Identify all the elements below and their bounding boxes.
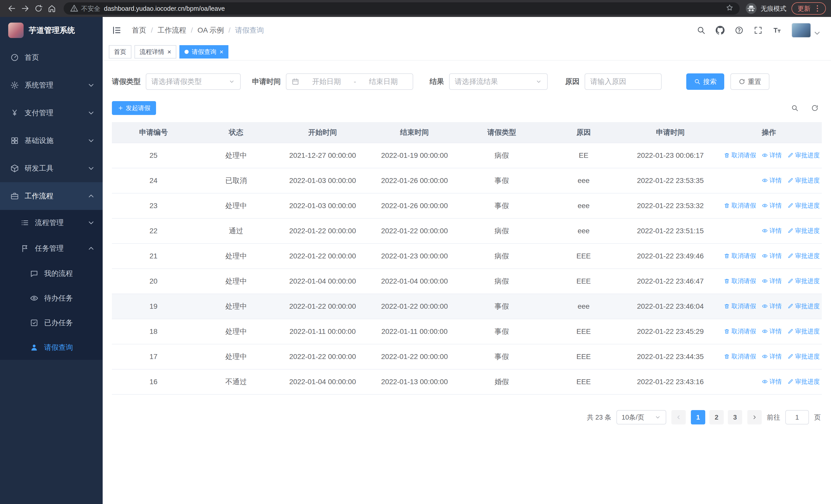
tab-close-icon[interactable]: ×: [220, 49, 223, 55]
detail-link[interactable]: 详情: [762, 202, 782, 210]
detail-link[interactable]: 详情: [762, 252, 782, 260]
detail-link[interactable]: 详情: [762, 176, 782, 184]
collapse-menu-button[interactable]: [112, 25, 122, 35]
cell-leave-type: 事假: [461, 168, 543, 193]
tab-label: 流程详情: [140, 48, 164, 56]
page-button-1[interactable]: 1: [691, 410, 705, 424]
sidebar-item-infrastructure[interactable]: 基础设施: [0, 127, 103, 154]
bookmark-star-button[interactable]: [726, 4, 734, 13]
breadcrumb-workflow[interactable]: 工作流程: [157, 25, 186, 35]
search-button[interactable]: 搜索: [686, 73, 724, 90]
filter-bar: 请假类型 请选择请假类型 申请时间 开始日期 - 结束日期 结果 请选择流结果 …: [112, 73, 822, 90]
leave-type-select[interactable]: 请选择请假类型: [146, 73, 241, 90]
address-bar[interactable]: 不安全 dashboard.yudao.iocoder.cn/bpm/oa/le…: [64, 2, 740, 14]
reset-button[interactable]: 重置: [730, 73, 769, 90]
approval-progress-link[interactable]: 审批进度: [787, 352, 820, 360]
cell-actions: 取消请假详情审批进度: [716, 344, 822, 369]
approval-progress-link[interactable]: 审批进度: [787, 176, 820, 184]
detail-link[interactable]: 详情: [762, 378, 782, 386]
sidebar-item-my-process[interactable]: 我的流程: [0, 261, 103, 286]
approval-progress-link[interactable]: 审批进度: [787, 277, 820, 285]
detail-link[interactable]: 详情: [762, 277, 782, 285]
breadcrumb-oa-example[interactable]: OA 示例: [198, 25, 224, 35]
fullscreen-icon[interactable]: [753, 26, 763, 35]
page-button-3[interactable]: 3: [728, 410, 742, 424]
detail-link[interactable]: 详情: [762, 352, 782, 360]
approval-progress-link[interactable]: 审批进度: [787, 252, 820, 260]
sidebar-item-process-management[interactable]: 流程管理: [0, 210, 103, 236]
page-button-2[interactable]: 2: [709, 410, 724, 424]
tab-close-icon[interactable]: ×: [167, 49, 171, 55]
approval-progress-link[interactable]: 审批进度: [787, 378, 820, 386]
next-page-button[interactable]: [747, 410, 762, 424]
chevron-up-icon: [87, 244, 95, 253]
tab-home[interactable]: 首页: [109, 45, 132, 59]
cancel-leave-link[interactable]: 取消请假: [724, 151, 756, 159]
approval-progress-link[interactable]: 审批进度: [787, 327, 820, 335]
browser-menu-icon[interactable]: [813, 4, 822, 13]
user-menu[interactable]: [792, 23, 822, 38]
prev-page-button[interactable]: [671, 410, 686, 424]
browser-reload-button[interactable]: [32, 2, 45, 15]
table-header-row: 申请编号 状态 开始时间 结束时间 请假类型 原因 申请时间 操作: [112, 122, 822, 143]
detail-link[interactable]: 详情: [762, 151, 782, 159]
detail-link[interactable]: 详情: [762, 327, 782, 335]
cancel-leave-link[interactable]: 取消请假: [724, 327, 756, 335]
create-leave-button[interactable]: 发起请假: [112, 101, 156, 115]
approval-progress-link[interactable]: 审批进度: [787, 302, 820, 310]
tab-process-detail[interactable]: 流程详情 ×: [135, 45, 176, 59]
sidebar-item-task-management[interactable]: 任务管理: [0, 236, 103, 261]
page-size-select[interactable]: 10条/页: [617, 410, 666, 424]
sidebar-item-done-tasks[interactable]: 已办任务: [0, 310, 103, 335]
browser-forward-button[interactable]: [19, 2, 32, 15]
sidebar-item-payment[interactable]: 支付管理: [0, 99, 103, 127]
security-warning[interactable]: 不安全: [70, 4, 101, 13]
cell-status: 通过: [195, 218, 277, 243]
approval-progress-link[interactable]: 审批进度: [787, 202, 820, 210]
approval-progress-link[interactable]: 审批进度: [787, 227, 820, 235]
avatar[interactable]: [792, 23, 811, 38]
toggle-search-icon[interactable]: [791, 104, 799, 112]
search-icon[interactable]: [696, 26, 706, 35]
chevron-down-icon: [812, 28, 822, 38]
table-row: 25处理中2021-12-27 00:00:002022-01-19 00:00…: [112, 143, 822, 168]
detail-link[interactable]: 详情: [762, 227, 782, 235]
browser-back-button[interactable]: [5, 2, 19, 15]
goto-page-input[interactable]: [785, 410, 809, 424]
sidebar-item-leave-query[interactable]: 请假查询: [0, 335, 103, 360]
sidebar-item-todo-tasks[interactable]: 待办任务: [0, 286, 103, 310]
cancel-leave-link[interactable]: 取消请假: [724, 277, 756, 285]
cell-apply-time: 2022-01-22 23:53:35: [625, 168, 716, 193]
approval-progress-link[interactable]: 审批进度: [787, 151, 820, 159]
cell-reason: eee: [543, 168, 625, 193]
sidebar-item-label: 支付管理: [25, 108, 53, 118]
cell-apply-id: 19: [112, 294, 195, 319]
browser-home-button[interactable]: [45, 2, 58, 15]
apply-time-range-picker[interactable]: 开始日期 - 结束日期: [286, 73, 413, 90]
detail-link[interactable]: 详情: [762, 302, 782, 310]
reason-input[interactable]: [584, 73, 662, 90]
app-logo[interactable]: 芋道管理系统: [0, 17, 103, 43]
goto-label: 前往: [767, 413, 780, 422]
sidebar-item-system[interactable]: 系统管理: [0, 71, 103, 99]
breadcrumb-separator: /: [151, 26, 153, 34]
cancel-leave-link[interactable]: 取消请假: [724, 302, 756, 310]
refresh-table-icon[interactable]: [811, 104, 819, 112]
help-icon[interactable]: [735, 26, 744, 35]
breadcrumb-home[interactable]: 首页: [132, 25, 146, 35]
font-size-icon[interactable]: [773, 26, 782, 35]
tab-leave-query[interactable]: 请假查询 ×: [179, 45, 228, 59]
chevron-down-icon: [228, 78, 235, 85]
sidebar-item-home[interactable]: 首页: [0, 43, 103, 71]
browser-update-button[interactable]: 更新: [792, 2, 826, 14]
cell-end-time: 2022-01-11 00:00:00: [368, 319, 461, 344]
sidebar-item-label: 系统管理: [25, 80, 53, 90]
sidebar-item-devtools[interactable]: 研发工具: [0, 154, 103, 182]
result-select[interactable]: 请选择流结果: [449, 73, 548, 90]
github-icon[interactable]: [716, 26, 725, 35]
cancel-leave-link[interactable]: 取消请假: [724, 252, 756, 260]
cancel-leave-link[interactable]: 取消请假: [724, 202, 756, 210]
cancel-leave-link[interactable]: 取消请假: [724, 352, 756, 360]
sidebar-item-workflow[interactable]: 工作流程: [0, 182, 103, 210]
cell-reason: eee: [543, 294, 625, 319]
